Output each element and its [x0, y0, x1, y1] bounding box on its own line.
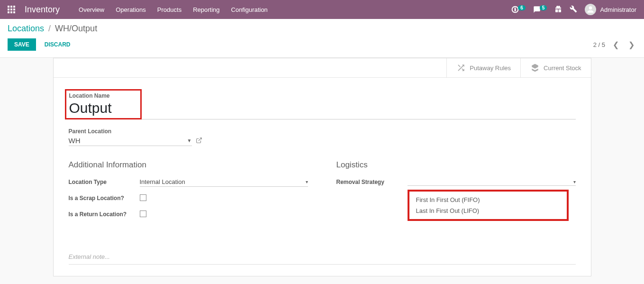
caret-down-icon: ▾ — [573, 179, 576, 184]
dropdown-option-lifo[interactable]: Last In First Out (LIFO) — [409, 205, 567, 216]
shuffle-icon — [456, 63, 466, 73]
external-note-input[interactable]: External note... — [69, 253, 576, 265]
breadcrumb-separator: / — [48, 24, 51, 33]
avatar-icon — [585, 4, 596, 15]
scrap-checkbox[interactable] — [140, 194, 146, 201]
nav-menu: Overview Operations Products Reporting C… — [79, 6, 268, 13]
putaway-rules-label: Putaway Rules — [470, 64, 511, 72]
return-checkbox[interactable] — [140, 211, 146, 217]
current-stock-button[interactable]: Current Stock — [520, 58, 590, 77]
external-link-icon[interactable] — [196, 137, 202, 145]
apps-icon[interactable] — [8, 6, 15, 13]
gift-icon[interactable] — [554, 5, 562, 14]
discard-button[interactable]: DISCARD — [38, 38, 77, 51]
nav-operations[interactable]: Operations — [116, 6, 146, 13]
button-box: Putaway Rules Current Stock — [54, 58, 591, 78]
nav-products[interactable]: Products — [157, 6, 181, 13]
current-stock-label: Current Stock — [544, 64, 581, 72]
additional-info-column: Additional Information Location Type Int… — [69, 160, 308, 225]
scrap-location-label: Is a Scrap Location? — [69, 195, 140, 202]
pager: 2 / 5 ❮ ❯ — [593, 40, 636, 49]
parent-location-value: WH — [69, 137, 81, 145]
parent-location-label: Parent Location — [69, 128, 576, 135]
location-type-value: Internal Location — [140, 178, 185, 185]
discuss-icon[interactable]: 5 — [533, 6, 547, 13]
activity-icon[interactable]: 6 — [511, 6, 526, 13]
putaway-rules-button[interactable]: Putaway Rules — [446, 58, 520, 77]
breadcrumb-root[interactable]: Locations — [8, 24, 44, 33]
form-container: Putaway Rules Current Stock Location Nam… — [49, 58, 595, 276]
dropdown-option-fifo[interactable]: First In First Out (FIFO) — [409, 194, 567, 205]
nav-reporting[interactable]: Reporting — [193, 6, 219, 13]
additional-info-title: Additional Information — [69, 160, 308, 170]
pager-next-icon[interactable]: ❯ — [626, 40, 636, 49]
svg-point-1 — [589, 6, 592, 9]
breadcrumb-current: WH/Output — [55, 24, 97, 33]
sheet-body: Location Name Output Parent Location WH … — [54, 78, 591, 276]
parent-location-group: Parent Location WH ▼ — [69, 128, 576, 146]
debug-icon[interactable] — [570, 5, 577, 14]
control-bar: Locations / WH/Output SAVE DISCARD 2 / 5… — [0, 19, 644, 58]
control-row: SAVE DISCARD 2 / 5 ❮ ❯ — [8, 38, 636, 51]
nav-configuration[interactable]: Configuration — [231, 6, 268, 13]
cubes-icon — [530, 63, 540, 73]
breadcrumb: Locations / WH/Output — [8, 24, 636, 34]
user-name: Administrator — [600, 6, 636, 13]
caret-down-icon: ▼ — [187, 138, 192, 143]
location-name-highlight: Location Name Output — [65, 89, 142, 119]
location-name-label: Location Name — [69, 92, 112, 99]
user-menu[interactable]: Administrator — [585, 4, 636, 15]
removal-strategy-dropdown: First In First Out (FIFO) Last In First … — [408, 190, 569, 221]
save-button[interactable]: SAVE — [8, 38, 36, 51]
location-type-select[interactable]: Internal Location ▾ — [140, 177, 308, 187]
nav-overview[interactable]: Overview — [79, 6, 104, 13]
location-type-label: Location Type — [69, 179, 140, 185]
parent-location-select[interactable]: WH ▼ — [69, 136, 192, 146]
caret-down-icon: ▾ — [306, 179, 308, 184]
return-location-label: Is a Return Location? — [69, 211, 140, 218]
navbar-right: 6 5 Administrator — [511, 4, 636, 15]
form-sheet: Putaway Rules Current Stock Location Nam… — [53, 58, 591, 276]
removal-strategy-label: Removal Strategy — [336, 179, 408, 185]
removal-strategy-select[interactable]: ▾ First In First Out (FIFO) Last In Firs… — [408, 178, 576, 186]
discuss-badge: 5 — [540, 5, 547, 10]
pager-prev-icon[interactable]: ❮ — [611, 40, 621, 49]
pager-text: 2 / 5 — [593, 41, 605, 48]
activity-badge: 6 — [518, 5, 526, 10]
logistics-column: Logistics Removal Strategy ▾ First In Fi… — [336, 160, 576, 225]
app-name[interactable]: Inventory — [25, 5, 60, 15]
location-name-value[interactable]: Output — [69, 100, 112, 116]
form-columns: Additional Information Location Type Int… — [69, 160, 576, 225]
logistics-title: Logistics — [336, 160, 576, 170]
top-navbar: Inventory Overview Operations Products R… — [0, 0, 644, 19]
